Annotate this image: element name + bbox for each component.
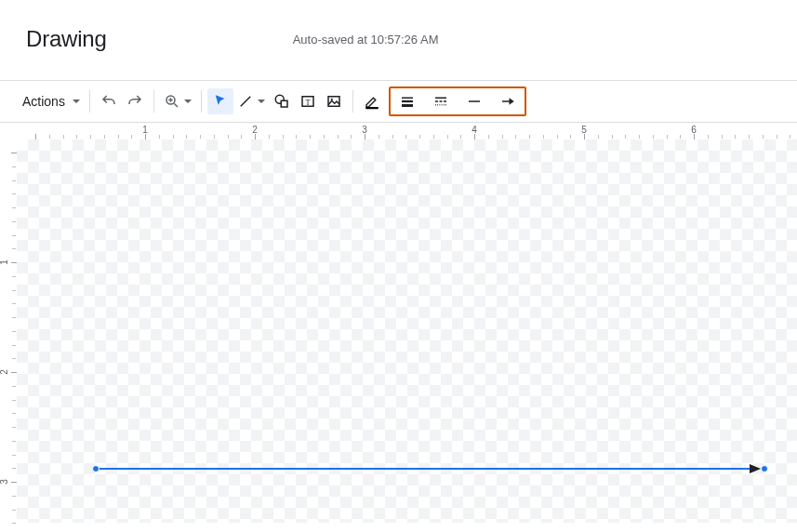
line-end-button[interactable] <box>495 88 521 114</box>
textbox-tool-button[interactable]: T <box>295 88 321 114</box>
svg-text:T: T <box>305 99 310 107</box>
line-icon <box>237 93 254 110</box>
caret-down-icon <box>73 100 80 103</box>
highlighted-toolbar-group <box>389 86 526 116</box>
horizontal-ruler: 1234567 <box>17 123 797 140</box>
arrow-shape[interactable] <box>17 140 797 523</box>
undo-button[interactable] <box>96 88 122 114</box>
line-end-handle[interactable] <box>761 465 768 472</box>
line-dash-icon <box>432 93 449 110</box>
separator <box>352 90 353 113</box>
redo-icon <box>126 93 143 110</box>
line-dash-button[interactable] <box>428 88 454 114</box>
svg-point-10 <box>331 99 333 100</box>
toolbar: Actions T <box>0 81 797 122</box>
svg-line-1 <box>174 103 178 107</box>
ruler-h-label: 6 <box>691 125 697 135</box>
canvas-row: 123 <box>0 140 797 523</box>
caret-down-icon <box>184 100 192 103</box>
image-icon <box>325 93 342 110</box>
shape-tool-button[interactable] <box>269 88 295 114</box>
line-weight-button[interactable] <box>394 88 420 114</box>
header: Drawing Auto-saved at 10:57:26 AM <box>0 0 797 63</box>
select-tool-button[interactable] <box>207 88 233 114</box>
ruler-h-label: 4 <box>472 125 477 135</box>
redo-button[interactable] <box>122 88 148 114</box>
ruler-h-label: 3 <box>362 125 367 135</box>
caret-down-icon <box>258 100 265 103</box>
ruler-h-label: 1 <box>142 125 148 135</box>
line-start-icon <box>466 93 483 110</box>
ruler-row: 1234567 <box>0 122 797 140</box>
actions-menu-button[interactable]: Actions <box>19 88 84 114</box>
separator <box>201 90 202 113</box>
ruler-corner <box>0 123 17 140</box>
image-tool-button[interactable] <box>321 88 347 114</box>
line-weight-icon <box>399 93 416 110</box>
line-tool-button[interactable] <box>233 88 269 114</box>
ruler-h-label: 5 <box>581 125 587 135</box>
ruler-v-label: 3 <box>0 479 9 485</box>
line-end-icon <box>499 93 516 110</box>
ruler-h-label: 2 <box>252 125 258 135</box>
ruler-v-label: 2 <box>0 369 9 375</box>
cursor-icon <box>212 93 229 110</box>
vertical-ruler: 123 <box>0 140 17 523</box>
undo-icon <box>100 93 117 110</box>
textbox-icon: T <box>299 93 316 110</box>
autosave-status: Auto-saved at 10:57:26 AM <box>293 33 439 47</box>
page-title: Drawing <box>26 26 107 52</box>
svg-rect-11 <box>365 107 379 109</box>
svg-rect-6 <box>281 100 287 107</box>
pencil-icon <box>364 93 380 110</box>
line-start-button[interactable] <box>461 88 487 114</box>
line-start-handle[interactable] <box>92 465 100 472</box>
ruler-v-label: 1 <box>0 259 9 265</box>
zoom-button[interactable] <box>160 88 195 114</box>
separator <box>153 90 154 113</box>
shape-icon <box>273 93 290 110</box>
actions-label: Actions <box>22 94 65 109</box>
line-color-button[interactable] <box>359 88 385 114</box>
svg-line-4 <box>241 97 251 107</box>
drawing-canvas[interactable] <box>17 140 797 523</box>
separator <box>89 90 90 113</box>
zoom-icon <box>164 93 180 110</box>
svg-rect-9 <box>328 97 339 107</box>
